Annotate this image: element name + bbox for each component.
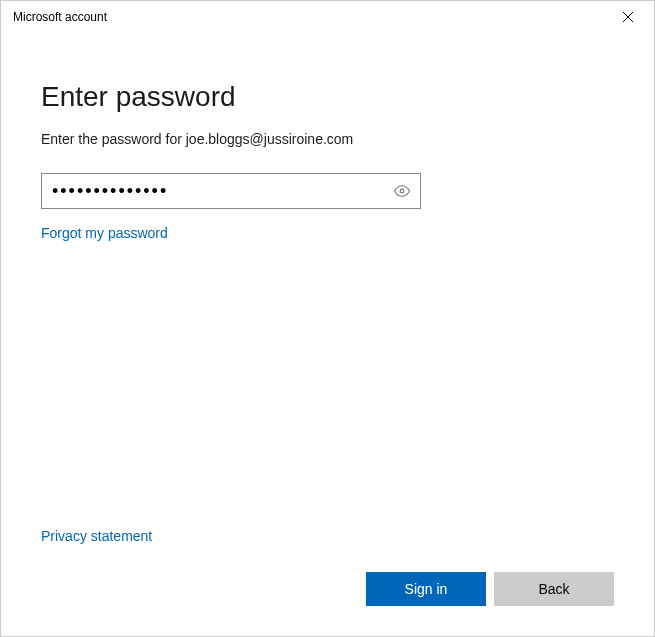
privacy-statement-link[interactable]: Privacy statement (41, 528, 152, 544)
button-row: Sign in Back (41, 572, 614, 616)
page-heading: Enter password (41, 81, 614, 113)
reveal-password-icon[interactable] (393, 182, 411, 200)
titlebar: Microsoft account (1, 1, 654, 33)
content-area: Enter password Enter the password for jo… (1, 33, 654, 636)
forgot-password-link[interactable]: Forgot my password (41, 225, 168, 241)
window-title: Microsoft account (13, 10, 107, 24)
password-input[interactable] (41, 173, 421, 209)
password-field-wrapper (41, 173, 421, 209)
close-icon (622, 11, 634, 23)
footer: Privacy statement Sign in Back (41, 528, 614, 616)
page-subtitle: Enter the password for joe.bloggs@jussir… (41, 131, 614, 147)
close-button[interactable] (610, 3, 646, 31)
spacer (41, 241, 614, 528)
signin-button[interactable]: Sign in (366, 572, 486, 606)
back-button[interactable]: Back (494, 572, 614, 606)
svg-point-2 (400, 189, 404, 193)
